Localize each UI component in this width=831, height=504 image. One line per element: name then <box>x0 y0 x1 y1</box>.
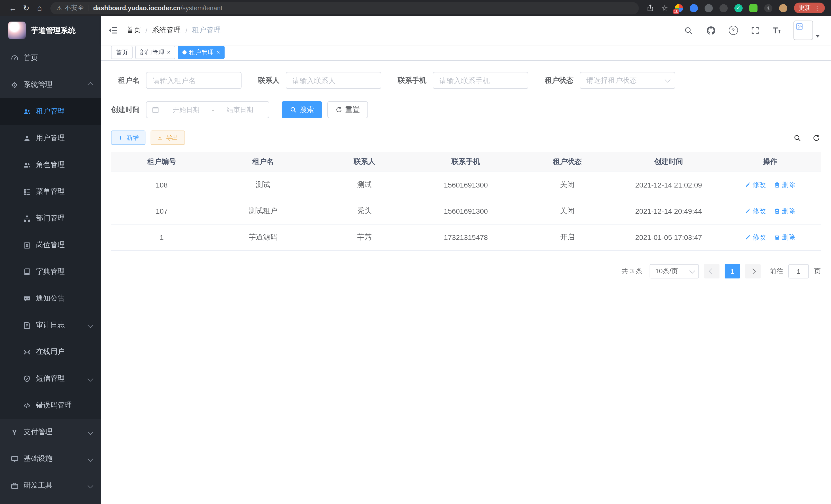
edit-button[interactable]: 修改 <box>745 207 766 216</box>
sidebar-item-audit-log[interactable]: 审计日志 <box>0 312 101 338</box>
code-icon <box>23 401 31 410</box>
extension-colorful-icon[interactable]: 10 <box>675 4 683 12</box>
close-icon[interactable]: × <box>167 49 171 56</box>
sidebar-item-error-code-management[interactable]: 错误码管理 <box>0 392 101 419</box>
filter-mobile: 联系手机 <box>398 72 528 89</box>
chevron-down-icon <box>689 268 695 274</box>
extension-gray-icon[interactable] <box>705 4 713 12</box>
search-icon[interactable] <box>683 25 693 35</box>
browser-menu-icon[interactable]: ⋮ <box>814 4 820 11</box>
table-row: 108 测试 测试 15601691300 关闭 2021-12-14 21:0… <box>111 172 821 198</box>
sidebar-item-payment-management[interactable]: ¥ 支付管理 <box>0 419 101 445</box>
table-row: 107 测试租户 秃头 15601691300 关闭 2021-12-14 20… <box>111 198 821 224</box>
tags-view: 首页 部门管理 × 租户管理 × <box>101 45 831 61</box>
extension-blue-icon[interactable] <box>690 4 698 12</box>
delete-button[interactable]: 删除 <box>774 180 795 189</box>
goto-page-input[interactable] <box>789 264 809 278</box>
breadcrumb: 首页 / 系统管理 / 租户管理 <box>126 26 221 35</box>
address-bar[interactable]: ⚠ 不安全 dashboard.yudao.iocoder.cn/system/… <box>50 2 638 14</box>
contact-label: 联系人 <box>258 76 280 85</box>
delete-button[interactable]: 删除 <box>774 207 795 216</box>
security-label[interactable]: 不安全 <box>65 4 84 12</box>
refresh-icon[interactable] <box>812 133 821 142</box>
bookmark-star-icon[interactable]: ☆ <box>661 3 668 12</box>
edit-button[interactable]: 修改 <box>745 233 766 242</box>
mobile-input[interactable] <box>433 72 528 89</box>
user-menu[interactable] <box>794 21 820 40</box>
cell-mobile: 17321315478 <box>415 224 517 250</box>
help-icon[interactable]: ? <box>728 26 738 35</box>
sidebar-item-home[interactable]: 首页 <box>0 45 101 71</box>
end-date-placeholder[interactable]: 结束日期 <box>216 105 264 114</box>
chevron-up-icon <box>88 82 93 88</box>
sidebar-item-role-management[interactable]: 角色管理 <box>0 152 101 178</box>
sidebar-item-dict-management[interactable]: 字典管理 <box>0 259 101 285</box>
monitor-icon <box>10 455 19 463</box>
home-icon[interactable]: ⌂ <box>33 4 46 12</box>
add-button-label: 新增 <box>126 133 139 142</box>
url-text: dashboard.yudao.iocoder.cn/system/tenant <box>93 4 223 11</box>
close-icon[interactable]: × <box>217 49 220 56</box>
extension-pinwheel-icon[interactable]: ✳ <box>764 4 772 12</box>
cell-created-at: 2021-01-05 17:03:47 <box>618 224 719 250</box>
chevron-down-icon <box>88 456 93 462</box>
cell-status: 开启 <box>516 224 618 250</box>
date-range-picker[interactable]: 开始日期 - 结束日期 <box>146 101 269 118</box>
sidebar-toggle-icon[interactable] <box>108 25 118 35</box>
tab-dept-management[interactable]: 部门管理 × <box>135 46 175 59</box>
sidebar-item-notice[interactable]: 通知公告 <box>0 285 101 312</box>
avatar[interactable] <box>794 21 813 40</box>
sidebar-item-label: 系统管理 <box>24 80 52 89</box>
sidebar-item-sms-management[interactable]: 短信管理 <box>0 365 101 392</box>
sidebar-item-dev-tools[interactable]: 研发工具 <box>0 472 101 499</box>
sidebar-item-label: 用户管理 <box>36 134 65 143</box>
github-icon[interactable] <box>706 25 716 35</box>
export-button[interactable]: 导出 <box>150 130 185 145</box>
search-button[interactable]: 搜索 <box>282 101 322 118</box>
dashboard-icon <box>10 54 19 62</box>
edit-label: 修改 <box>753 180 766 189</box>
breadcrumb-system-management[interactable]: 系统管理 <box>152 26 181 35</box>
sidebar-item-tenant-management[interactable]: 租户管理 <box>0 98 101 125</box>
sidebar-item-infrastructure[interactable]: 基础设施 <box>0 445 101 472</box>
sidebar-item-online-users[interactable]: 在线用户 <box>0 338 101 365</box>
contact-input[interactable] <box>286 72 381 89</box>
chevron-down-icon <box>88 322 93 328</box>
sidebar-item-label: 基础设施 <box>24 454 52 464</box>
extension-green-square-icon[interactable] <box>749 4 757 12</box>
edit-button[interactable]: 修改 <box>745 180 766 189</box>
delete-button[interactable]: 删除 <box>774 233 795 242</box>
tab-tenant-management[interactable]: 租户管理 × <box>178 46 225 59</box>
extension-green-check-icon[interactable]: ✓ <box>735 4 743 12</box>
add-button[interactable]: 新增 <box>111 130 145 145</box>
fullscreen-icon[interactable] <box>750 25 760 35</box>
sidebar-item-system-management[interactable]: ⚙ 系统管理 <box>0 71 101 98</box>
sidebar-item-dept-management[interactable]: 部门管理 <box>0 205 101 232</box>
tenant-name-input[interactable] <box>146 72 241 89</box>
extension-dark-icon[interactable] <box>719 4 728 12</box>
back-icon[interactable]: ← <box>6 4 20 12</box>
status-select[interactable]: 请选择租户状态 <box>580 72 675 89</box>
sidebar-item-menu-management[interactable]: 菜单管理 <box>0 178 101 205</box>
browser-chrome: ← ↻ ⌂ ⚠ 不安全 dashboard.yudao.iocoder.cn/s… <box>0 0 831 16</box>
reset-button[interactable]: 重置 <box>327 101 368 118</box>
page-size-select[interactable]: 10条/页 <box>650 264 699 278</box>
breadcrumb-home[interactable]: 首页 <box>126 26 141 35</box>
breadcrumb-separator: / <box>185 26 188 34</box>
edit-label: 修改 <box>753 233 766 242</box>
prev-page-button[interactable] <box>704 264 719 278</box>
search-button-label: 搜索 <box>299 105 314 114</box>
browser-update-button[interactable]: 更新 ⋮ <box>794 3 825 13</box>
start-date-placeholder[interactable]: 开始日期 <box>163 105 210 114</box>
font-size-icon[interactable]: TT <box>773 26 781 35</box>
sidebar-item-user-management[interactable]: 用户管理 <box>0 125 101 152</box>
page-number-current[interactable]: 1 <box>725 264 740 278</box>
sidebar-item-post-management[interactable]: 岗位管理 <box>0 232 101 259</box>
share-icon[interactable] <box>646 4 655 12</box>
toggle-search-icon[interactable] <box>793 133 802 142</box>
reload-icon[interactable]: ↻ <box>20 3 33 12</box>
tab-label: 部门管理 <box>140 48 165 57</box>
tab-home[interactable]: 首页 <box>111 46 133 59</box>
next-page-button[interactable] <box>745 264 761 278</box>
profile-avatar-icon[interactable] <box>779 4 787 12</box>
